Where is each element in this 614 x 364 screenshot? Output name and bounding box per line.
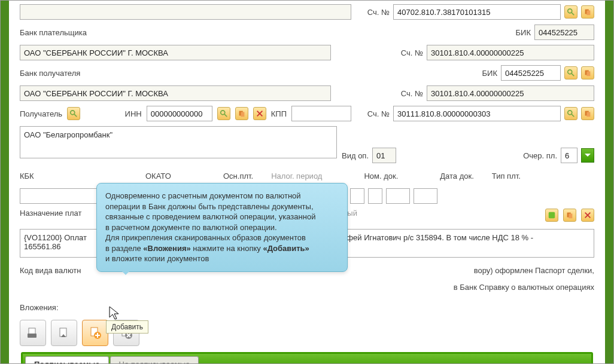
attach-print-button[interactable]: [20, 320, 46, 346]
svg-line-5: [572, 74, 574, 76]
nalog-period-label: Налог. период: [271, 172, 322, 181]
recipient-name-text: ОАО "Белагропромбанк": [24, 130, 113, 139]
inn-field[interactable]: [147, 106, 212, 121]
bik-label-2: БИК: [464, 69, 497, 78]
tab-unsigned[interactable]: Не подписываемые: [110, 356, 199, 364]
recipient-bik-field[interactable]: [501, 65, 561, 81]
purpose-text-1: {VO11200} Оплат: [24, 233, 87, 242]
okato-label: ОКАТО: [145, 172, 205, 181]
attachments-tabs: Подписываемые Не подписываемые Тип Файл …: [21, 352, 593, 364]
svg-rect-26: [28, 334, 37, 338]
ocherpl-field[interactable]: [561, 148, 577, 163]
ocherpl-label: Очер. пл.: [523, 151, 557, 160]
nomdok-label: Ном. док.: [364, 172, 398, 181]
kpp-field[interactable]: [291, 106, 351, 121]
acct-label-3: Сч. №: [390, 89, 423, 98]
copy-icon[interactable]: [581, 107, 594, 120]
purpose-text-right: офей Игнатович р/с 315894. В том числе Н…: [342, 233, 533, 242]
inn-label: ИНН: [125, 109, 142, 118]
svg-point-10: [220, 111, 224, 115]
purpose-label: Назначение плат: [20, 209, 86, 218]
delete-icon[interactable]: [581, 209, 594, 222]
svg-rect-7: [586, 71, 590, 76]
copy-icon[interactable]: [581, 66, 594, 79]
osnplt-label: Осн.плт.: [223, 172, 253, 181]
recipient-bank-acct-field: [427, 85, 594, 101]
svg-rect-22: [569, 213, 572, 218]
dd2-field[interactable]: [368, 188, 382, 204]
copy-icon[interactable]: [235, 107, 248, 120]
svg-point-4: [568, 70, 572, 74]
top-account-field[interactable]: [393, 4, 561, 20]
payer-bank-acct-field: [427, 45, 594, 60]
payer-bank-label: Банк плательщика: [20, 28, 87, 37]
acct-label-2: Сч. №: [390, 48, 423, 57]
search-icon[interactable]: [564, 5, 577, 19]
payer-bank-name-field: [20, 45, 331, 60]
payer-bik-field: [534, 25, 594, 40]
recipient-label: Получатель: [20, 109, 62, 118]
delete-icon[interactable]: [253, 107, 266, 120]
action-icon[interactable]: [545, 209, 558, 222]
svg-rect-3: [586, 10, 590, 15]
dd1-field[interactable]: [350, 188, 364, 204]
kodvida-label: Код вида валютн: [20, 266, 86, 275]
svg-line-11: [224, 114, 227, 117]
attachments-label: Вложения:: [20, 303, 59, 312]
purpose-text-2: 165561.86: [24, 242, 60, 251]
svg-rect-19: [586, 112, 590, 117]
dd3-field[interactable]: [386, 188, 410, 204]
payer-addr-field: [20, 4, 351, 20]
svg-rect-20: [549, 212, 555, 219]
svg-rect-13: [241, 112, 244, 117]
search-icon[interactable]: [67, 107, 80, 120]
search-icon[interactable]: [217, 107, 230, 120]
copy-icon[interactable]: [581, 5, 594, 19]
svg-line-17: [572, 114, 574, 117]
tab-signed[interactable]: Подписываемые: [25, 356, 109, 364]
add-tooltip: Добавить: [106, 320, 148, 334]
acct-label-1: Сч. №: [356, 8, 390, 17]
bik-label-1: БИК: [497, 28, 531, 37]
vidop-field: [372, 148, 396, 163]
attach-save-button[interactable]: [51, 320, 77, 346]
kpp-label: КПП: [271, 109, 287, 118]
svg-point-8: [71, 111, 75, 115]
recipient-bank-name-field: [20, 85, 331, 101]
tipplt-label: Тип плт.: [492, 172, 521, 181]
recipient-name-field[interactable]: ОАО "Белагропромбанк": [20, 126, 337, 158]
ocherpl-dropdown-icon[interactable]: [581, 148, 594, 163]
datadok-label: Дата док.: [440, 172, 474, 181]
svg-point-0: [568, 9, 572, 13]
svg-line-1: [572, 13, 574, 15]
kbk-label: КБК: [20, 172, 62, 181]
svg-point-16: [568, 111, 572, 115]
svg-line-9: [74, 114, 77, 117]
search-icon[interactable]: [564, 66, 577, 79]
extra-line-1: вору) оформлен Паспорт сделки,: [474, 266, 594, 275]
vidop-label: Вид оп.: [342, 151, 369, 160]
search-icon[interactable]: [564, 107, 577, 120]
extra-line-2: в Банк Справку о валютных операциях: [454, 283, 594, 292]
recipient-bank-label: Банк получателя: [20, 69, 80, 78]
acct-label-4: Сч. №: [356, 109, 390, 118]
copy-icon[interactable]: [563, 209, 576, 222]
help-tooltip: Одновременно с расчетным документом по в…: [96, 183, 348, 272]
recipient-acct-field[interactable]: [393, 106, 561, 121]
tipplt-field[interactable]: [414, 188, 437, 204]
attach-add-button[interactable]: [82, 320, 108, 346]
